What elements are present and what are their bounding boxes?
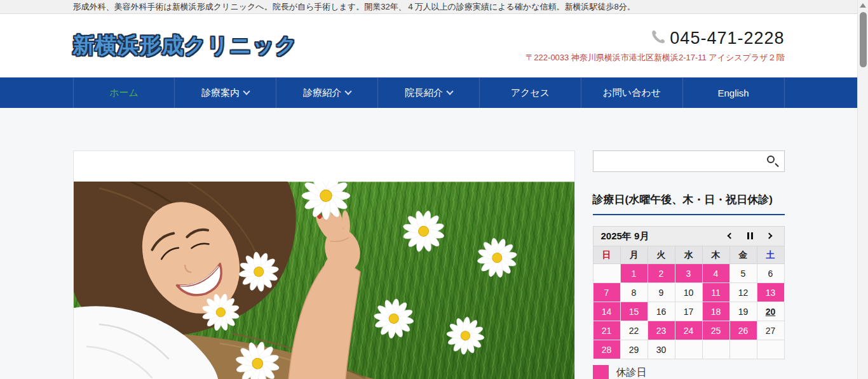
calendar-legend: 休診日 [593,365,785,379]
calendar-empty-cell [593,264,620,283]
calendar-empty-cell [729,340,757,359]
chevron-down-icon [446,88,453,95]
nav-item-label: 診療案内 [201,87,240,99]
calendar-body: 1234567891011121314151617181920212223242… [593,264,784,359]
calendar-day: 24 [675,321,702,340]
weekday-sun: 日 [593,246,620,264]
main-content-box [73,150,575,379]
calendar-day: 29 [620,340,648,359]
calendar-day: 10 [675,283,702,302]
weekday-thu: 木 [702,246,729,264]
closed-day-label: 休診日 [616,366,647,379]
sidebar: 診療日(水曜午後、木・日・祝日休診) 2025年 9月 [593,150,785,379]
nav-item-label: アクセス [511,87,550,99]
next-month-icon [766,233,772,239]
site-logo[interactable]: 新横浜形成クリニック [73,31,298,60]
calendar-empty-cell [675,340,702,359]
calendar-day: 12 [729,283,757,302]
phone-number: 045-471-2228 [670,29,784,48]
main-nav: ホーム 診療案内 診療紹介 院長紹介 アクセス お問い合わせ English [0,77,857,108]
pause-button[interactable] [746,232,755,241]
calendar-day: 6 [757,264,784,283]
weekday-tue: 火 [648,246,675,264]
nav-item-access[interactable]: アクセス [479,77,581,108]
prev-month-button[interactable] [726,232,735,241]
calendar-day: 7 [593,283,620,302]
phone-icon [652,30,665,46]
weekday-row: 日 月 火 水 木 金 土 [593,246,784,264]
calendar-empty-cell [757,340,784,359]
nav-item-director[interactable]: 院長紹介 [377,77,479,108]
calendar-week-row: 14151617181920 [593,302,784,321]
calendar-day: 25 [702,321,729,340]
nav-item-label: ホーム [109,87,139,99]
search-icon [767,156,775,163]
chevron-down-icon [344,88,351,95]
calendar-day: 18 [702,302,729,321]
search-button[interactable] [766,155,779,168]
calendar-month-title: 2025年 9月 [601,230,649,243]
calendar-day: 11 [702,283,729,302]
vertical-scrollbar[interactable] [857,0,868,379]
calendar-day: 1 [620,264,648,283]
weekday-wed: 水 [675,246,702,264]
calendar-day: 28 [593,340,620,359]
calendar-day: 22 [620,321,648,340]
next-month-button[interactable] [766,232,775,241]
calendar-day: 26 [729,321,757,340]
calendar-day: 3 [675,264,702,283]
calendar-day: 19 [729,302,757,321]
site-header: 新横浜形成クリニック 045-471-2228 〒222-0033 神奈川県横浜… [0,14,857,77]
calendar-day[interactable]: 20 [757,302,784,321]
nav-item-medical-guide[interactable]: 診療案内 [174,77,276,108]
nav-item-label: English [717,88,749,98]
calendar-week-row: 78910111213 [593,283,784,302]
calendar-heading: 診療日(水曜午後、木・日・祝日休診) [593,192,785,215]
clinic-address: 〒222-0033 神奈川県横浜市港北区新横浜2-17-11 アイシスプラザ２階 [526,52,784,63]
calendar-day: 15 [620,302,648,321]
nav-item-home[interactable]: ホーム [73,77,175,108]
nav-item-english[interactable]: English [682,77,785,108]
calendar-week-row: 21222324252627 [593,321,784,340]
nav-item-treatments[interactable]: 診療紹介 [276,77,377,108]
calendar-day: 16 [648,302,675,321]
closed-day-swatch [593,365,609,379]
calendar-day: 17 [675,302,702,321]
chevron-down-icon [243,88,250,95]
top-notice-bar: 形成外科、美容外科手術は新横浜形成クリニックへ。院長が自ら手術します。開業32年… [0,0,857,14]
search-input[interactable] [593,150,785,172]
nav-item-label: 診療紹介 [303,87,341,99]
calendar-day: 5 [729,264,757,283]
scrollbar-thumb[interactable] [860,12,867,67]
scroll-up-icon[interactable] [860,3,866,8]
calendar-day: 2 [648,264,675,283]
calendar-day: 14 [593,302,620,321]
calendar-day: 27 [757,321,784,340]
calendar-week-row: 123456 [593,264,784,283]
calendar-week-row: 282930 [593,340,784,359]
prev-month-icon [727,233,733,239]
calendar-day: 9 [648,283,675,302]
nav-item-contact[interactable]: お問い合わせ [581,77,682,108]
calendar-empty-cell [702,340,729,359]
nav-item-label: お問い合わせ [603,87,661,99]
search-box [593,150,785,172]
top-notice-text: 形成外科、美容外科手術は新横浜形成クリニックへ。院長が自ら手術します。開業32年… [73,0,785,13]
calendar-day: 4 [702,264,729,283]
calendar-day: 30 [648,340,675,359]
calendar-day: 8 [620,283,648,302]
calendar-header: 2025年 9月 [593,226,785,246]
weekday-sat: 土 [757,246,784,264]
header-contact: 045-471-2228 〒222-0033 神奈川県横浜市港北区新横浜2-17… [526,29,784,63]
calendar-day: 23 [648,321,675,340]
calendar-day: 13 [757,283,784,302]
weekday-mon: 月 [620,246,648,264]
calendar-day: 21 [593,321,620,340]
hero-image [74,182,574,379]
weekday-fri: 金 [729,246,757,264]
nav-item-label: 院長紹介 [405,87,443,99]
clinic-calendar: 2025年 9月 [593,226,785,359]
